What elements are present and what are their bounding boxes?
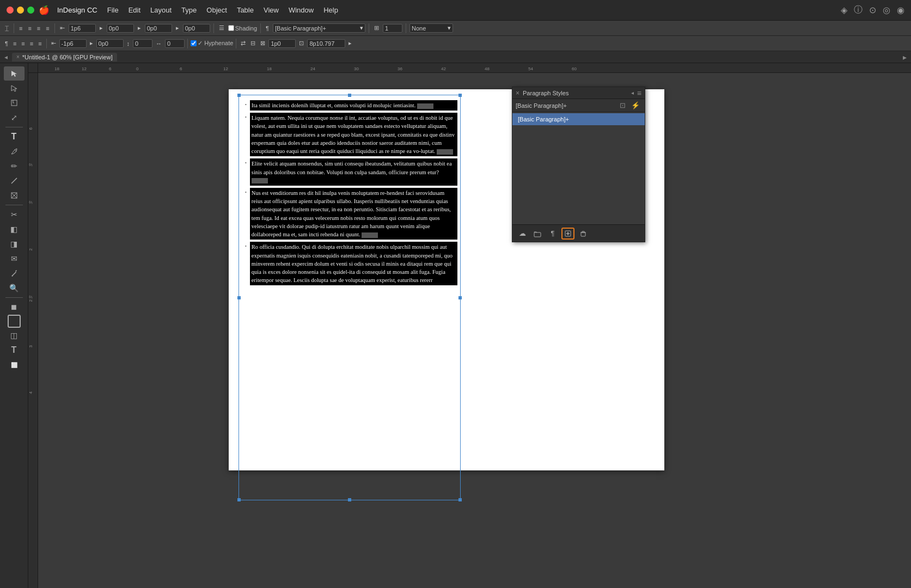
paragraph-style-dropdown[interactable]: [Basic Paragraph]+ ▾: [273, 23, 365, 33]
col-gutter-input[interactable]: 1p0: [268, 39, 296, 48]
document-tab[interactable]: × *Untitled-1 @ 60% [GPU Preview]: [12, 53, 117, 62]
menu-indesign[interactable]: InDesign CC: [57, 6, 97, 14]
formatting-affects-text[interactable]: T: [4, 343, 25, 357]
space-before-input[interactable]: 0p0: [107, 24, 134, 33]
left-indent-input[interactable]: -1p6: [59, 39, 87, 48]
handle-tl[interactable]: [237, 94, 241, 97]
cloud-button[interactable]: ☁: [516, 228, 529, 240]
note-tool[interactable]: ✉: [4, 252, 25, 266]
gradient-feather-tool[interactable]: ◨: [4, 237, 25, 251]
panel-close-button[interactable]: ×: [516, 89, 519, 97]
handle-bm[interactable]: [348, 498, 351, 501]
menu-table[interactable]: Table: [237, 6, 254, 14]
align-right-btn[interactable]: ≡: [35, 24, 42, 32]
menu-object[interactable]: Object: [206, 6, 227, 14]
indent-left-input[interactable]: 1p6: [69, 24, 96, 33]
columns2-icon[interactable]: ⊟: [249, 39, 257, 47]
fullscreen-window-button[interactable]: [27, 7, 34, 14]
menu-edit[interactable]: Edit: [129, 6, 140, 14]
align2-justify-btn[interactable]: ≡: [36, 40, 43, 47]
zoom-tool[interactable]: 🔍: [4, 281, 25, 295]
right-margin-icon[interactable]: ▸: [88, 39, 95, 47]
space-before-input2[interactable]: 0p0: [96, 39, 124, 48]
panel-toggle-left[interactable]: ◂: [4, 53, 8, 61]
panel-collapse-icon[interactable]: ◂: [631, 90, 634, 96]
new-style-button[interactable]: [561, 228, 574, 240]
menu-help[interactable]: Help: [323, 6, 338, 14]
field4-input[interactable]: 0p0: [183, 24, 210, 33]
align-center-btn[interactable]: ≡: [26, 24, 33, 32]
handle-rm[interactable]: [458, 296, 462, 299]
shading-checkbox[interactable]: [228, 25, 234, 31]
tracking-input[interactable]: 0: [165, 39, 185, 48]
panel-collapse-btn[interactable]: ▸: [903, 53, 907, 62]
columns-icon[interactable]: ⊞: [372, 24, 381, 32]
preview-mode[interactable]: ⬜: [4, 358, 25, 372]
columns-input[interactable]: 1: [383, 24, 402, 33]
field4-arrow[interactable]: ▸: [174, 24, 181, 32]
list-icon[interactable]: ☰: [217, 24, 226, 32]
paragraph-mark-button[interactable]: ¶: [546, 228, 559, 240]
rtl-icon[interactable]: ⇄: [239, 39, 247, 47]
folder-button[interactable]: [531, 228, 544, 240]
menu-file[interactable]: File: [107, 6, 119, 14]
panel-menu-button[interactable]: ≡: [637, 89, 641, 97]
leading-input[interactable]: 0: [133, 39, 152, 48]
menu-layout[interactable]: Layout: [150, 6, 172, 14]
fill-color[interactable]: ■: [4, 300, 25, 314]
rect-frame-tool[interactable]: [4, 188, 25, 203]
direct-select-tool[interactable]: [4, 81, 25, 95]
space-after-arrow[interactable]: ▸: [136, 24, 143, 32]
left-margin-icon[interactable]: ⇤: [50, 39, 58, 47]
type-tool[interactable]: T: [4, 130, 25, 144]
handle-lm[interactable]: [237, 296, 241, 299]
tracking-icon[interactable]: ↔: [154, 40, 163, 47]
menu-type[interactable]: Type: [181, 6, 197, 14]
align2-left-btn[interactable]: ≡: [11, 40, 18, 47]
content-tool[interactable]: ⤢: [4, 111, 25, 125]
tab-close-button[interactable]: ×: [16, 54, 20, 60]
col-lines-icon[interactable]: ⊠: [259, 39, 267, 47]
para-align-icon[interactable]: ¶: [3, 40, 10, 47]
pencil-tool[interactable]: ✏: [4, 159, 25, 173]
align-left-icon[interactable]: ⌶: [3, 24, 10, 33]
ruler-mark-0: 0: [136, 66, 138, 71]
align-justify-btn[interactable]: ≡: [44, 24, 51, 32]
none-dropdown[interactable]: None ▾: [409, 23, 453, 33]
svg-rect-9: [581, 232, 585, 236]
canvas-area[interactable]: 18 12 6 0 6 12 18 24 30 36 42 48 54 60 6…: [28, 63, 911, 588]
formatting-affects-container[interactable]: ◫: [4, 328, 25, 342]
extend-icon[interactable]: ▸: [347, 39, 353, 47]
line-tool[interactable]: [4, 174, 25, 188]
scissors-tool[interactable]: ✂: [4, 207, 25, 222]
menu-window[interactable]: Window: [289, 6, 314, 14]
leading-icon[interactable]: ↕: [125, 40, 132, 47]
handle-br[interactable]: [458, 498, 462, 501]
sync-style-button[interactable]: ⊡: [618, 101, 627, 110]
col-width-icon[interactable]: ⊡: [297, 39, 305, 47]
quick-apply-button[interactable]: ⚡: [629, 101, 641, 110]
handle-bl[interactable]: [237, 498, 241, 501]
indent-right-arrow[interactable]: ▸: [98, 24, 105, 32]
space-after-input2[interactable]: 0p0: [145, 24, 172, 33]
indent-left-btn[interactable]: ⇤: [58, 24, 66, 32]
handle-tr[interactable]: [458, 94, 462, 97]
handle-tm[interactable]: [348, 94, 351, 97]
gradient-tool[interactable]: ◧: [4, 222, 25, 236]
minimize-window-button[interactable]: [17, 7, 24, 14]
align2-center-btn[interactable]: ≡: [20, 40, 26, 47]
eyedropper-tool[interactable]: [4, 266, 25, 280]
menu-view[interactable]: View: [264, 6, 279, 14]
hyphenate-checkbox[interactable]: [191, 40, 197, 46]
stroke-color[interactable]: [8, 315, 21, 328]
delete-style-button[interactable]: [577, 228, 590, 240]
selection-tool[interactable]: [4, 66, 25, 81]
pen-tool[interactable]: [4, 144, 25, 158]
page-tool[interactable]: [4, 96, 25, 110]
align-left-btn[interactable]: ≡: [17, 24, 24, 32]
col-width-input[interactable]: 8p10.797: [307, 39, 345, 48]
para-mark-icon[interactable]: ¶: [264, 24, 271, 32]
close-window-button[interactable]: [7, 7, 14, 14]
style-item-basic-paragraph[interactable]: [Basic Paragraph]+: [512, 113, 645, 125]
align2-right-btn[interactable]: ≡: [28, 40, 35, 47]
